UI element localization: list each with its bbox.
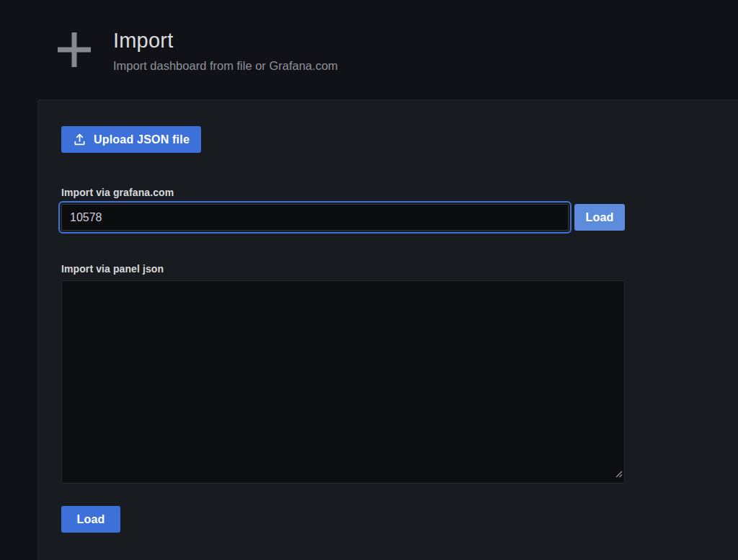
header-text-block: Import Import dashboard from file or Gra… — [113, 27, 338, 73]
gcom-load-button[interactable]: Load — [574, 204, 625, 231]
upload-icon — [73, 133, 86, 146]
import-content-panel: Upload JSON file Import via grafana.com … — [37, 99, 738, 560]
page-subtitle: Import dashboard from file or Grafana.co… — [113, 59, 338, 73]
page-title: Import — [113, 29, 338, 53]
panel-json-textarea[interactable] — [61, 280, 625, 484]
page-header: Import Import dashboard from file or Gra… — [0, 0, 738, 99]
import-via-panel-json-label: Import via panel json — [61, 263, 738, 275]
import-via-panel-json-group: Import via panel json — [61, 263, 738, 484]
upload-json-file-button[interactable]: Upload JSON file — [61, 126, 201, 153]
load-button[interactable]: Load — [61, 506, 120, 533]
gcom-dashboard-id-input[interactable] — [61, 204, 569, 231]
import-via-gcom-label: Import via grafana.com — [61, 187, 738, 198]
plus-icon — [58, 30, 91, 69]
import-via-gcom-group: Import via grafana.com Load — [61, 187, 738, 231]
upload-json-file-label: Upload JSON file — [94, 133, 190, 146]
